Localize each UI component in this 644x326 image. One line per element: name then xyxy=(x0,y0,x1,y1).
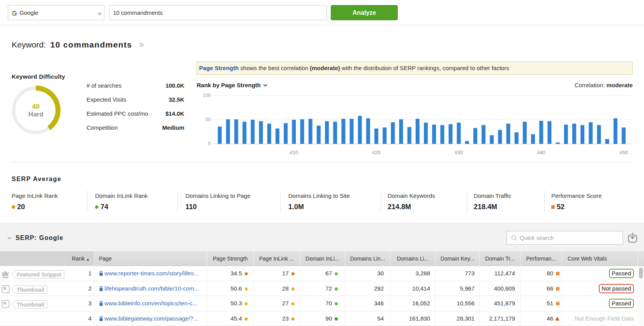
svg-text:#20: #20 xyxy=(372,150,381,155)
svg-text:#50: #50 xyxy=(619,150,628,155)
svg-text:Thumbnail: Thumbnail xyxy=(17,286,44,293)
svg-text:#10: #10 xyxy=(290,150,298,155)
svg-text:50: 50 xyxy=(206,117,211,122)
svg-text:#40: #40 xyxy=(537,150,545,155)
svg-text:0: 0 xyxy=(208,141,211,146)
svg-text:Thumbnail: Thumbnail xyxy=(17,301,44,308)
svg-text:#30: #30 xyxy=(455,150,463,155)
svg-text:100: 100 xyxy=(203,93,211,98)
